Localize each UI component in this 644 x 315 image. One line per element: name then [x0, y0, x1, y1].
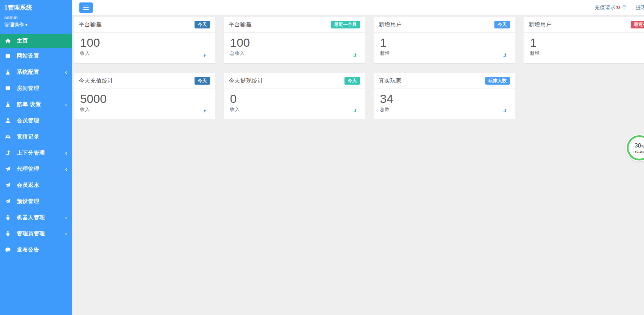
card-value: 100 [80, 36, 209, 49]
sidebar-item-label: 系统配置 [17, 69, 39, 76]
grid-icon [5, 85, 11, 91]
sidebar-item-member-rebate[interactable]: 会员返水 [0, 177, 72, 193]
card-label: 总数 [380, 106, 508, 113]
sidebar-item-site-settings[interactable]: 网站设置 [0, 48, 72, 64]
status-badge: 今天 [195, 21, 210, 28]
paper-plane-icon [5, 198, 11, 204]
stat-card-real-players: 真实玩家 玩家人数 34 总数 [374, 73, 515, 119]
sidebar-item-odds-settings[interactable]: 赔率 设置 ‹ [0, 96, 72, 112]
username: admin [4, 15, 68, 20]
level-up-icon [5, 150, 11, 156]
card-label: 收入 [230, 106, 359, 113]
stat-card-platform-winloss-today: 平台输赢 今天 100 收入 [74, 17, 215, 63]
card-value: 5000 [80, 92, 209, 105]
status-badge: 今天 [344, 77, 360, 85]
sidebar-item-label: 主页 [17, 38, 28, 44]
stat-card-platform-winloss-month: 平台输赢 最近一个月 100 总收入 [224, 17, 365, 63]
recharge-count: 0 [617, 4, 620, 10]
sidebar-item-label: 会员管理 [17, 117, 39, 124]
card-value: 1 [380, 36, 508, 49]
sidebar-item-room-management[interactable]: 房间管理 [0, 80, 72, 96]
sidebar-item-robot-management[interactable]: 机器人管理 ‹ [0, 209, 72, 225]
stat-card-recharge-today: 今天充值统计 今天 5000 收入 [74, 73, 215, 119]
chevron-left-icon: ‹ [65, 166, 67, 172]
app-title: 1管理系统 [4, 4, 68, 12]
caret-down-icon: ▾ [25, 22, 27, 27]
topbar: 充值请求:0 个 提现 [72, 0, 644, 15]
sidebar: 1管理系统 admin 管理操作▾ 主页 网站设置 系统配置 ‹ 房间管理 赔率… [0, 0, 72, 315]
net-percent: 30% [635, 143, 644, 149]
sidebar-item-member-management[interactable]: 会员管理 [0, 112, 72, 129]
stat-card-new-users-month: 新增用户 最近一个月 1 新增 [524, 17, 644, 63]
bolt-icon [203, 108, 207, 114]
recharge-unit: 个 [620, 4, 627, 10]
stat-card-new-users-today: 新增用户 今天 1 新增 [374, 17, 515, 63]
sidebar-item-homepage[interactable]: 主页 [0, 34, 72, 48]
withdraw-requests-link[interactable]: 提现 [636, 4, 644, 11]
flask-icon [5, 69, 11, 75]
chevron-left-icon: ‹ [65, 231, 67, 237]
level-up-icon [353, 52, 357, 58]
sidebar-item-announcements[interactable]: 发布公告 [0, 242, 72, 258]
sidebar-item-label: 竞猜记录 [17, 133, 39, 140]
sidebar-item-label: 会员返水 [17, 182, 39, 189]
sidebar-item-agent-management[interactable]: 代理管理 ‹ [0, 161, 72, 177]
net-speed-text: ↑89.1K/s [633, 150, 644, 153]
net-speed-dial: 30% ↑89.1K/s [629, 137, 644, 159]
sidebar-item-admin-management[interactable]: 管理员管理 ‹ [0, 225, 72, 242]
card-title: 新增用户 [528, 21, 552, 28]
recharge-label: 充值请求: [594, 4, 617, 10]
sidebar-item-system-config[interactable]: 系统配置 ‹ [0, 64, 72, 80]
level-up-icon [502, 108, 507, 114]
card-label: 新增 [530, 50, 644, 57]
card-title: 平台输赢 [79, 21, 102, 28]
sidebar-item-label: 管理员管理 [17, 230, 45, 237]
sidebar-header: 1管理系统 admin 管理操作▾ [0, 0, 72, 30]
card-title: 今天充值统计 [79, 77, 113, 85]
sidebar-item-bet-records[interactable]: 竞猜记录 [0, 129, 72, 145]
chevron-left-icon: ‹ [65, 69, 67, 75]
card-label: 收入 [80, 106, 209, 113]
grid-icon [5, 53, 11, 59]
stat-card-withdraw-today: 今天提现统计 今天 0 收入 [224, 73, 365, 119]
recharge-requests-link[interactable]: 充值请求:0 个 [594, 4, 627, 11]
bolt-icon [203, 52, 207, 58]
chevron-left-icon: ‹ [65, 101, 67, 107]
sidebar-toggle-button[interactable] [79, 2, 93, 13]
card-label: 总收入 [230, 50, 359, 57]
card-title: 平台输赢 [229, 21, 252, 28]
card-value: 34 [380, 92, 508, 105]
sidebar-item-label: 上下分管理 [17, 150, 45, 156]
home-icon [5, 38, 11, 44]
card-label: 收入 [80, 50, 209, 57]
admin-actions-dropdown[interactable]: 管理操作▾ [4, 22, 68, 28]
level-up-icon [353, 108, 357, 114]
chevron-left-icon: ‹ [65, 215, 67, 221]
sidebar-item-label: 机器人管理 [17, 214, 45, 221]
person-icon [5, 215, 11, 221]
user-icon [5, 118, 11, 124]
status-badge: 最近一个月 [331, 21, 360, 28]
sidebar-item-label: 发布公告 [17, 247, 39, 253]
flask-icon [5, 101, 11, 107]
sidebar-item-label: 房间管理 [17, 85, 39, 92]
card-title: 今天提现统计 [229, 77, 263, 85]
status-badge: 今天 [195, 77, 210, 85]
paper-plane-icon [5, 166, 11, 172]
status-badge: 玩家人数 [485, 77, 510, 85]
comment-icon [5, 247, 11, 253]
status-badge: 今天 [494, 21, 510, 28]
car-icon [5, 134, 11, 140]
sidebar-item-preset-management[interactable]: 预设管理 [0, 193, 72, 209]
paper-plane-icon [5, 182, 11, 188]
sidebar-item-points-management[interactable]: 上下分管理 ‹ [0, 145, 72, 161]
status-badge: 最近一个月 [631, 21, 644, 28]
card-label: 新增 [380, 50, 508, 57]
chevron-left-icon: ‹ [65, 150, 67, 156]
level-up-icon [502, 52, 507, 58]
admin-actions-label: 管理操作 [4, 22, 24, 27]
card-title: 真实玩家 [379, 77, 402, 85]
person-icon [5, 231, 11, 237]
main-content: 充值请求:0 个 提现 平台输赢 今天 100 收入 平台输赢 最近一个月 10… [72, 0, 644, 315]
sidebar-nav: 主页 网站设置 系统配置 ‹ 房间管理 赔率 设置 ‹ 会员管理 竞猜记录 [0, 34, 72, 258]
